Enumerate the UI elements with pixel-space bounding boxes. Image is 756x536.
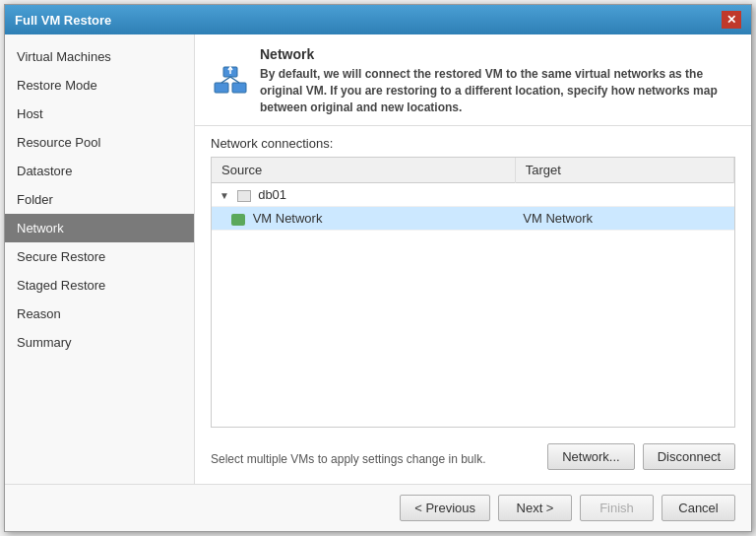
previous-button[interactable]: < Previous bbox=[400, 495, 490, 521]
main-content: Network By default, we will connect the … bbox=[195, 34, 751, 484]
next-button[interactable]: Next > bbox=[498, 495, 572, 521]
col-target: Target bbox=[515, 158, 733, 183]
sidebar-item-staged-restore[interactable]: Staged Restore bbox=[5, 271, 194, 300]
header-section: Network By default, we will connect the … bbox=[195, 34, 751, 126]
title-bar: Full VM Restore ✕ bbox=[5, 5, 751, 34]
table-row[interactable]: ▼ db01 bbox=[212, 183, 734, 207]
dialog-body: Virtual MachinesRestore ModeHostResource… bbox=[5, 34, 751, 484]
cancel-button[interactable]: Cancel bbox=[662, 495, 735, 521]
expand-icon: ▼ bbox=[220, 190, 229, 201]
sidebar: Virtual MachinesRestore ModeHostResource… bbox=[5, 34, 195, 484]
sidebar-item-network[interactable]: Network bbox=[5, 214, 194, 242]
action-buttons: Network... Disconnect bbox=[547, 443, 735, 474]
vm-network-icon bbox=[231, 214, 245, 226]
sidebar-item-folder[interactable]: Folder bbox=[5, 185, 194, 214]
full-vm-restore-dialog: Full VM Restore ✕ Virtual MachinesRestor… bbox=[4, 4, 752, 532]
sidebar-item-virtual-machines[interactable]: Virtual Machines bbox=[5, 42, 194, 71]
sidebar-item-reason[interactable]: Reason bbox=[5, 300, 194, 328]
sidebar-item-restore-mode[interactable]: Restore Mode bbox=[5, 71, 194, 100]
hint-text: Select multiple VMs to apply settings ch… bbox=[211, 452, 485, 466]
network-button[interactable]: Network... bbox=[547, 443, 635, 470]
svg-line-4 bbox=[230, 77, 239, 83]
network-table: Source Target ▼ db01 bbox=[212, 158, 734, 231]
network-table-container: Source Target ▼ db01 bbox=[211, 157, 735, 428]
header-title-text: Network bbox=[260, 46, 735, 62]
network-header-icon bbox=[211, 61, 250, 100]
source-cell: ▼ db01 bbox=[212, 183, 515, 207]
bottom-bar: Select multiple VMs to apply settings ch… bbox=[211, 436, 735, 474]
footer: < Previous Next > Finish Cancel bbox=[5, 484, 751, 531]
header-text: Network By default, we will connect the … bbox=[260, 46, 735, 115]
sidebar-item-resource-pool[interactable]: Resource Pool bbox=[5, 128, 194, 157]
content-area: Network connections: Source Target bbox=[195, 126, 751, 484]
db-label: db01 bbox=[258, 187, 286, 202]
sidebar-item-host[interactable]: Host bbox=[5, 100, 194, 128]
col-source: Source bbox=[212, 158, 515, 183]
target-cell: VM Network bbox=[515, 207, 733, 231]
header-title-row: Network By default, we will connect the … bbox=[211, 46, 735, 115]
table-row[interactable]: VM Network VM Network bbox=[212, 207, 734, 231]
dialog-title: Full VM Restore bbox=[15, 13, 111, 28]
close-button[interactable]: ✕ bbox=[722, 11, 741, 29]
disconnect-button[interactable]: Disconnect bbox=[643, 443, 735, 470]
header-description: By default, we will connect the restored… bbox=[260, 66, 735, 115]
section-label: Network connections: bbox=[211, 136, 735, 151]
target-cell bbox=[515, 183, 733, 207]
svg-rect-0 bbox=[215, 83, 228, 93]
sidebar-item-datastore[interactable]: Datastore bbox=[5, 157, 194, 185]
sidebar-item-secure-restore[interactable]: Secure Restore bbox=[5, 242, 194, 271]
db-icon bbox=[237, 190, 251, 202]
sidebar-item-summary[interactable]: Summary bbox=[5, 328, 194, 357]
vm-network-label: VM Network bbox=[253, 211, 323, 226]
svg-rect-1 bbox=[232, 83, 246, 93]
finish-button[interactable]: Finish bbox=[580, 495, 654, 521]
source-cell: VM Network bbox=[212, 207, 515, 231]
svg-line-3 bbox=[221, 77, 230, 83]
table-header-row: Source Target bbox=[212, 158, 734, 183]
